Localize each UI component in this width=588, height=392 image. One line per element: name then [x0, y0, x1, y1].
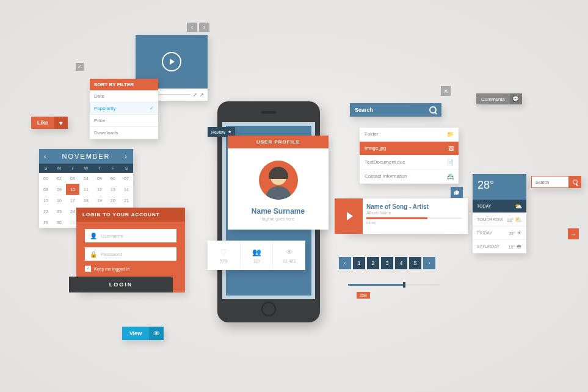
calendar-cell[interactable]: 02 — [53, 173, 66, 184]
filter-item-popularity[interactable]: Popularity✓ — [90, 103, 158, 115]
calendar-prev-button[interactable]: ‹ — [44, 153, 48, 160]
calendar-cell[interactable]: 07 — [120, 173, 133, 184]
calendar-cell[interactable]: 04 — [79, 173, 93, 184]
thumbs-up-icon — [454, 189, 460, 195]
calendar-cell[interactable]: 30 — [53, 217, 66, 228]
close-button[interactable]: ✕ — [441, 86, 451, 96]
chat-icon: 💬 — [510, 93, 522, 104]
page-3[interactable]: 3 — [381, 257, 393, 269]
stat-views[interactable]: 👁12,423 — [273, 241, 305, 270]
calendar-cell[interactable]: 05 — [93, 173, 106, 184]
calendar-cell[interactable]: 22 — [39, 206, 53, 217]
slider-handle[interactable] — [403, 282, 405, 288]
popout-icon[interactable]: ↗ — [200, 92, 204, 98]
comments-button[interactable]: Comments 💬 — [476, 93, 522, 104]
filter-item-downloads[interactable]: Downloads — [90, 127, 158, 139]
file-item[interactable]: Folder📁 — [360, 128, 459, 142]
profile-name: Name Surname — [228, 207, 328, 216]
stat-users[interactable]: 👥189 — [241, 241, 274, 270]
calendar-cell[interactable]: 06 — [106, 173, 120, 184]
calendar-cell[interactable]: 23 — [53, 206, 66, 217]
view-button[interactable]: View 👁 — [122, 327, 164, 340]
calendar-cell[interactable]: 08 — [39, 184, 53, 195]
calendar-cell[interactable]: 13 — [106, 184, 120, 195]
page-4[interactable]: 4 — [395, 257, 407, 269]
weather-row[interactable]: SATURDAY18° 🌧 — [473, 240, 526, 253]
heart-icon: ♥ — [54, 117, 68, 129]
search-icon — [429, 106, 437, 114]
calendar-cell[interactable]: 14 — [120, 184, 133, 195]
remember-checkbox[interactable]: ✓ Keep me logged in — [85, 266, 176, 272]
calendar-cell[interactable]: 12 — [93, 184, 106, 195]
username-field[interactable]: 👤 Username — [85, 229, 176, 242]
search-label: Search — [355, 107, 373, 113]
search-input-small — [531, 176, 581, 188]
calendar-cell[interactable]: 01 — [39, 173, 53, 184]
calendar-cell[interactable]: 03 — [66, 173, 79, 184]
file-item[interactable]: TextDocument.doc📄 — [360, 156, 459, 170]
password-field[interactable]: 🔒 Password — [85, 247, 176, 261]
star-icon: ★ — [228, 129, 231, 134]
page-1[interactable]: 1 — [353, 257, 365, 269]
music-album: Album Name — [366, 211, 462, 215]
thumbs-up-button[interactable] — [451, 187, 463, 198]
review-label: Review — [211, 130, 225, 134]
rain-icon: 🌧 — [516, 243, 522, 250]
contact-icon: 📇 — [447, 173, 454, 180]
search-input[interactable] — [531, 176, 569, 188]
music-progress[interactable] — [366, 217, 462, 219]
music-title: Name of Song - Artist — [366, 203, 462, 210]
calendar-next-button[interactable]: › — [125, 153, 128, 160]
calendar-cell[interactable]: 20 — [106, 195, 120, 206]
doc-icon: 📄 — [447, 159, 454, 165]
weather-row[interactable]: TOMORROW28° ⛅ — [473, 213, 526, 227]
calendar-cell[interactable]: 09 — [53, 184, 66, 195]
calendar-cell[interactable]: 21 — [120, 195, 133, 206]
search-bar[interactable]: Search — [350, 103, 441, 117]
calendar-cell[interactable]: 18 — [79, 195, 93, 206]
calendar-cell[interactable]: 19 — [93, 195, 106, 206]
music-play-button[interactable] — [335, 198, 363, 234]
eye-icon: 👁 — [286, 248, 293, 256]
weather-row[interactable]: TODAY ⛅ — [473, 200, 526, 213]
nav-next-button[interactable]: › — [199, 23, 209, 32]
search-submit-button[interactable] — [569, 176, 581, 188]
calendar-cell[interactable]: 16 — [53, 195, 66, 206]
profile-tagline: tagline goes here — [228, 217, 328, 221]
filter-title: SORT BY FILTER — [90, 79, 158, 90]
slider[interactable] — [348, 284, 440, 286]
nav-prev-button[interactable]: ‹ — [187, 23, 197, 32]
file-item[interactable]: Image.jpg🖼 — [360, 142, 459, 156]
checkbox-icon: ✓ — [85, 266, 91, 272]
checkbox-checked-icon[interactable]: ✓ — [76, 63, 84, 71]
filter-item-price[interactable]: Price — [90, 115, 158, 127]
image-icon: 🖼 — [448, 145, 454, 151]
arrow-right-button[interactable]: → — [568, 228, 579, 239]
like-button[interactable]: Like ♥ — [31, 117, 68, 129]
play-icon[interactable] — [162, 52, 181, 71]
page-next-button[interactable]: › — [423, 257, 435, 269]
calendar-day-header: T — [93, 164, 106, 173]
users-icon: 👥 — [252, 248, 261, 256]
calendar-cell[interactable]: 10 — [66, 184, 79, 195]
page-prev-button[interactable]: ‹ — [339, 257, 351, 269]
page-2[interactable]: 2 — [367, 257, 379, 269]
calendar-cell[interactable]: 11 — [79, 184, 93, 195]
file-item[interactable]: Contact Information📇 — [360, 170, 459, 184]
remember-label: Keep me logged in — [94, 267, 129, 271]
expand-icon[interactable]: ⤢ — [193, 92, 197, 98]
password-placeholder: Password — [101, 252, 122, 257]
page-5[interactable]: 5 — [409, 257, 421, 269]
login-button[interactable]: LOGIN — [69, 277, 173, 292]
calendar-cell[interactable]: 29 — [39, 217, 53, 228]
cloud-sun-icon: ⛅ — [515, 216, 522, 223]
folder-icon: 📁 — [447, 131, 454, 137]
profile-stats: ♡570 👥189 👁12,423 — [208, 241, 305, 270]
lock-icon: 🔒 — [90, 251, 97, 258]
stat-hearts[interactable]: ♡570 — [208, 241, 241, 270]
calendar-cell[interactable]: 15 — [39, 195, 53, 206]
weather-row[interactable]: FRIDAY22° ☀ — [473, 227, 526, 240]
file-list: Folder📁Image.jpg🖼TextDocument.doc📄Contac… — [360, 128, 459, 184]
filter-item-date[interactable]: Date — [90, 90, 158, 103]
calendar-cell[interactable]: 17 — [66, 195, 79, 206]
